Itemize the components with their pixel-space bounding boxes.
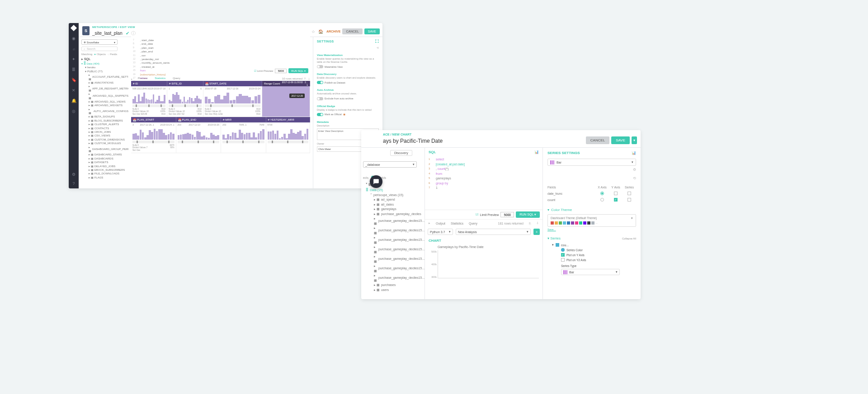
pin-icon[interactable]: ✦ <box>71 57 76 61</box>
tree-item[interactable]: ▸ ▦ users <box>371 288 423 293</box>
publish-toggle[interactable]: Publish as Dataset <box>317 81 379 84</box>
objects-toggle[interactable]: ● Objects <box>94 53 106 56</box>
tree-item[interactable]: ▸ ▦ ad_spend <box>371 197 423 202</box>
tab-statistics[interactable]: Statistics <box>451 222 463 225</box>
tree-item[interactable]: ▸ ▦ purchase_gameplay_deciles15... <box>371 216 423 226</box>
x-radio[interactable] <box>600 192 604 195</box>
save-button[interactable]: SAVE <box>364 28 380 34</box>
color-swatch[interactable] <box>555 221 558 225</box>
data-icon[interactable]: ≣ <box>71 67 76 72</box>
help-icon[interactable]: ? <box>71 181 76 186</box>
tree-item[interactable]: ▸ ▦ EBOOK_SUBSCRIBERS <box>89 168 128 172</box>
limit-checkbox[interactable]: ☑ <box>476 213 478 216</box>
tree-item[interactable]: ▸ ▦ ACCOUNT_FEATURE_SETTI... <box>89 73 128 81</box>
tree-item[interactable]: ▸ ▦ purchase_gameplay_deciles15... <box>371 264 423 273</box>
color-swatch[interactable] <box>567 221 570 225</box>
color-swatch[interactable] <box>575 221 578 225</box>
search-input[interactable]: ⌕Search <box>81 47 118 51</box>
limit-input[interactable] <box>275 69 287 73</box>
chart-icon[interactable]: 📊 <box>534 150 539 154</box>
tree-item[interactable]: ▸ ▦ DELAYED_JOBS <box>89 164 128 168</box>
exclude-toggle[interactable]: Exclude from auto archive <box>317 97 379 100</box>
run-sql-button[interactable]: RUN SQL ▾ <box>516 211 540 218</box>
shuffle-icon[interactable]: ✕ <box>71 88 76 93</box>
tree-item[interactable]: ▸ ▦ AUTO_ARCHIVE_CONFIGS <box>89 108 128 115</box>
bookmark-icon[interactable]: 🔖 <box>71 78 76 82</box>
tree-item[interactable]: ▸ ▦ CUSTOM_DIMENSIONS <box>89 138 128 141</box>
chevron-icon[interactable]: ▸ <box>429 221 430 225</box>
column-header[interactable]: 📅PLAN_START <box>131 117 176 122</box>
color-swatch[interactable] <box>563 221 566 225</box>
series-section-head[interactable]: ▾ Series <box>547 236 561 240</box>
plot-y-checkbox[interactable]: Plot on Y Axis <box>561 253 636 257</box>
series-checkbox[interactable] <box>627 192 631 195</box>
tree-item[interactable]: ▸ ▦ APP_DB_REDSHIFT_METRICS <box>89 84 128 92</box>
column-header[interactable]: 📅PLAN_END <box>176 117 222 122</box>
tree-item[interactable]: ▸ ▦ purchase_gameplay_deciles15... <box>371 235 423 245</box>
save-dropdown[interactable]: ▾ <box>632 136 637 144</box>
materialize-toggle[interactable]: Materialize View <box>317 65 379 68</box>
bell-icon[interactable]: 🔔 <box>71 98 76 103</box>
color-swatch[interactable] <box>559 221 562 225</box>
more-swatches[interactable]: ... <box>595 221 598 225</box>
chart-type-icon[interactable]: 📊 <box>632 151 636 155</box>
analysis-select[interactable]: New Analysis▾ <box>456 229 531 235</box>
breadcrumb[interactable]: METAPERISCOPE / EDIT VIEW <box>92 26 135 28</box>
source-select[interactable]: ❄ Snowflake▾ <box>81 39 118 45</box>
color-theme-head[interactable]: ▾ Color Theme <box>547 208 636 212</box>
home-icon[interactable]: ◉ <box>71 36 76 41</box>
cancel-button[interactable]: CANCEL <box>342 28 362 34</box>
cancel-button[interactable]: CANCEL <box>586 136 609 144</box>
column-header[interactable]: 📅START_DATE <box>203 81 262 86</box>
tree-item[interactable]: ▾ PUBLIC (77) <box>85 70 128 73</box>
color-swatch[interactable] <box>591 221 594 225</box>
series-checkbox[interactable] <box>627 198 631 202</box>
copy-icon[interactable]: ⎘ <box>304 77 306 80</box>
tree-item[interactable]: ▸ ▦ CRON_JOBS <box>89 130 128 134</box>
column-header[interactable]: #ID <box>131 81 167 86</box>
column-header[interactable]: #SITE_ID <box>167 81 203 86</box>
tree-item[interactable]: ▸ ▦ BETA_SIGNUPS <box>89 115 128 118</box>
tree-item[interactable]: ▸ ▦ CSV_VIEWS <box>89 134 128 137</box>
series-item[interactable]: ▾ cou... <box>552 243 636 247</box>
tree-item[interactable]: ▸ ▦ ARCHIVED_SQL_VIEWS <box>89 100 128 103</box>
tree-item[interactable]: ▸ ▦ DATASETS <box>89 160 128 164</box>
limit-checkbox[interactable]: ☑ Limit Preview <box>254 69 274 72</box>
tree-item[interactable]: ▸ ▦ purchase_gameplay_deciles <box>371 212 423 217</box>
history-icon[interactable]: ⟲ <box>633 176 636 180</box>
tab-discovery[interactable]: Discovery <box>390 150 412 156</box>
tree-item[interactable]: ▸ ▦ DASHBOARD_GROUP_PERM... <box>89 145 128 153</box>
color-swatch[interactable] <box>579 221 582 225</box>
tree-item[interactable]: ▸ ▦ purchase_gameplay_deciles15... <box>371 226 423 235</box>
tree-item[interactable]: ▸ ▦ ARCHIVED_WIDGETS <box>89 103 128 107</box>
chart-type-select[interactable]: Bar▾ <box>547 159 636 166</box>
tree-item[interactable]: ▸ ▦ purchase_gameplay_deciles15... <box>371 245 423 254</box>
plot-y2-checkbox[interactable]: Plot on Y2 Axis <box>561 258 636 262</box>
star-icon[interactable]: ☆ <box>311 29 315 34</box>
search-icon[interactable]: ⌕ <box>71 47 76 51</box>
tree-parent[interactable]: ˅ periscope_views (15) <box>368 193 423 198</box>
tree-item[interactable]: ▸ ▦ DASHBOARDS <box>89 157 128 160</box>
download-icon[interactable]: ⇩ <box>308 77 310 80</box>
column-header[interactable]: #YESTERDAY_MRR <box>266 117 311 122</box>
tree-item[interactable]: ▸ ▦ gameplays <box>371 207 423 212</box>
add-analysis-button[interactable]: + <box>533 229 540 235</box>
copy-icon[interactable]: ⎘ <box>529 222 531 225</box>
color-swatch[interactable] <box>587 221 590 225</box>
series-color-option[interactable]: Series Color <box>561 248 636 252</box>
collapse-all-link[interactable]: Collapse All <box>622 237 636 240</box>
tree-item[interactable]: ▸ ▦ purchase_gameplay_deciles15... <box>371 254 423 264</box>
x-radio[interactable] <box>600 198 604 202</box>
breadcrumb[interactable]: ACE / NEW CHART <box>383 133 411 136</box>
chevron-down-icon[interactable]: ▾ <box>631 216 633 220</box>
settings-icon[interactable]: ⚙ <box>633 168 636 172</box>
save-theme-link[interactable]: Save... <box>547 228 636 231</box>
database-select[interactable]: _database▾ <box>363 161 417 168</box>
tree-item[interactable]: ▸ ▦ CUSTOM_MODULES <box>89 141 128 145</box>
color-swatch[interactable] <box>551 221 554 225</box>
sql-editor[interactable]: 1select2 [created_at:pst:date]3 , count(… <box>425 155 542 210</box>
color-swatch[interactable] <box>571 221 574 225</box>
tree-item[interactable]: ▸ ▦ FLAGS <box>89 176 128 179</box>
tree-item[interactable]: ▸ ▦ purchases <box>371 283 423 288</box>
home-small-icon[interactable]: 🏠 <box>318 29 323 34</box>
